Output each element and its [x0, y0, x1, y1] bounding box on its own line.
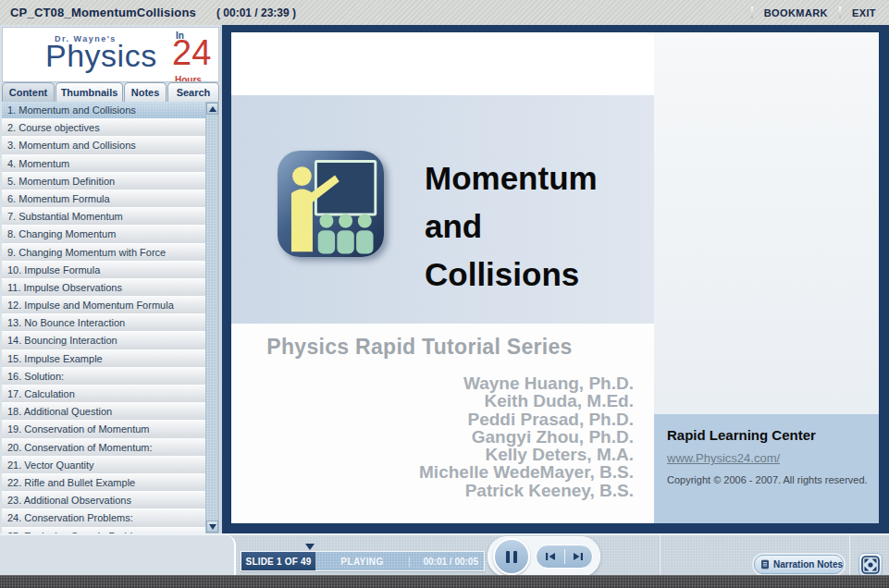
toc-item[interactable]: 12. Impulse and Momentum Formula — [2, 297, 205, 314]
slide-time: 00:01 / 00:05 — [409, 557, 484, 567]
fullscreen-icon — [861, 556, 880, 574]
pause-button[interactable] — [493, 538, 530, 575]
arrow-down-icon — [209, 524, 216, 530]
tab-content[interactable]: Content — [2, 82, 55, 102]
brand-url-link[interactable]: www.Physics24.com/ — [667, 451, 870, 465]
slide-counter: SLIDE 1 OF 49 — [241, 552, 315, 570]
toc-item[interactable]: 16. Solution: — [2, 368, 205, 386]
brand-panel: Rapid Learning Center www.Physics24.com/… — [654, 414, 879, 523]
playback-controls — [488, 536, 600, 577]
toc-item[interactable]: 15. Impulse Example — [2, 350, 205, 368]
notes-document-icon — [761, 558, 769, 570]
toc-item[interactable]: 11. Impulse Observations — [2, 279, 205, 297]
author: Wayne Huang, Ph.D. — [419, 374, 634, 392]
copyright-text: Copyright © 2006 - 2007. All rights rese… — [667, 474, 870, 485]
toc-item[interactable]: 18. Additional Question — [2, 403, 205, 421]
skip-forward-icon — [573, 552, 584, 561]
pause-icon — [513, 551, 517, 563]
author: Peddi Prasad, Ph.D. — [419, 410, 634, 428]
lecture-icon — [278, 151, 384, 257]
toc-item[interactable]: 20. Conservation of Momentum: — [2, 439, 205, 457]
physics24-logo: Dr. Wayne's Physics In 24 Hours — [2, 27, 219, 82]
slide-main-column: Momentum and Collisions Physics Rapid Tu… — [231, 32, 654, 523]
arrow-up-icon — [209, 106, 216, 112]
toc-scrollbar[interactable] — [205, 102, 219, 533]
author: Keith Duda, M.Ed. — [419, 392, 634, 410]
logo-word: Physics — [45, 38, 157, 74]
toc-item[interactable]: 14. Bouncing Interaction — [2, 332, 205, 349]
toc-item[interactable]: 4. Momentum — [2, 155, 205, 173]
author: Patrick Keeney, B.S. — [419, 482, 634, 499]
toc-item[interactable]: 8. Changing Momentum — [2, 226, 205, 243]
series-title: Physics Rapid Tutorial Series — [231, 335, 608, 360]
teacher-classroom-icon — [278, 151, 384, 257]
slide-title: Momentum and Collisions — [425, 154, 654, 324]
toc-item[interactable]: 7. Substantial Momentum — [2, 208, 205, 226]
scroll-up-button[interactable] — [206, 103, 218, 115]
slide-top-margin — [231, 32, 654, 95]
sidebar-tabs: Content Thumbnails Notes Search — [2, 82, 220, 102]
slide-title-line1: Momentum and — [425, 154, 654, 251]
player-bar: SLIDE 1 OF 49 PLAYING 00:01 / 00:05 — [0, 533, 889, 575]
author: Kelly Deters, M.A. — [419, 446, 634, 463]
player-window: CP_CT08_MomentumCollisions ( 00:01 / 23:… — [0, 0, 889, 588]
toc-item[interactable]: 22. Rifle and Bullet Example — [2, 474, 205, 492]
toc-item[interactable]: 1. Momentum and Collisions — [2, 102, 205, 119]
bookmark-button[interactable]: BOOKMARK — [764, 7, 828, 18]
brand-name: Rapid Learning Center — [667, 427, 870, 443]
narration-notes-button[interactable]: Narration Notes — [754, 555, 844, 574]
sidebar: Dr. Wayne's Physics In 24 Hours Content … — [0, 25, 220, 533]
fullscreen-button[interactable] — [858, 553, 883, 577]
progress-track[interactable]: PLAYING 00:01 / 00:05 — [315, 552, 484, 570]
toc-item[interactable]: 21. Vector Quantity — [2, 457, 205, 474]
pause-icon — [506, 551, 510, 563]
author-list: Wayne Huang, Ph.D. Keith Duda, M.Ed. Ped… — [419, 374, 634, 499]
toc-item[interactable]: 24. Conservation Problems: — [2, 509, 205, 527]
toc-item[interactable]: 5. Momentum Definition — [2, 173, 205, 190]
divider — [839, 6, 841, 18]
divider — [751, 6, 753, 18]
toc-item[interactable]: 19. Conservation of Momentum — [2, 421, 205, 438]
toc-item[interactable]: 10. Impulse Formula — [2, 262, 205, 279]
skip-back-icon — [545, 552, 556, 561]
previous-slide-button[interactable] — [537, 545, 564, 568]
skip-buttons — [536, 545, 593, 569]
progress-marker-icon[interactable] — [305, 544, 315, 550]
slide-title-line2: Collisions — [425, 251, 654, 299]
divider — [659, 535, 661, 575]
slide-right-top — [654, 32, 879, 414]
table-of-contents: 1. Momentum and Collisions 2. Course obj… — [2, 102, 205, 533]
exit-button[interactable]: EXIT — [852, 7, 876, 18]
tab-notes[interactable]: Notes — [124, 82, 167, 102]
toc-item[interactable]: 6. Momentum Formula — [2, 190, 205, 208]
next-slide-button[interactable] — [565, 545, 593, 568]
slide-frame: Momentum and Collisions Physics Rapid Tu… — [222, 25, 889, 533]
author: Michelle WedeMayer, B.S. — [419, 463, 634, 481]
narration-notes-label: Narration Notes — [773, 559, 843, 570]
toc-item[interactable]: 13. No Bounce Interaction — [2, 314, 205, 332]
divider — [848, 535, 850, 575]
tab-thumbnails[interactable]: Thumbnails — [56, 82, 123, 102]
playback-status: PLAYING — [315, 557, 409, 567]
toc-item[interactable]: 17. Calculation — [2, 386, 205, 403]
top-bar: CP_CT08_MomentumCollisions ( 00:01 / 23:… — [0, 0, 889, 25]
toc-item[interactable]: 2. Course objectives — [2, 119, 205, 137]
window-bottom-strip — [0, 575, 889, 588]
slide-canvas: Momentum and Collisions Physics Rapid Tu… — [231, 32, 879, 523]
slide-right-column: Rapid Learning Center www.Physics24.com/… — [654, 32, 879, 523]
slide-lower-area: Physics Rapid Tutorial Series Wayne Huan… — [231, 324, 654, 523]
toc-item[interactable]: 3. Momentum and Collisions — [2, 137, 205, 154]
total-elapsed-time: ( 00:01 / 23:39 ) — [216, 6, 296, 19]
progress-bar[interactable]: SLIDE 1 OF 49 PLAYING 00:01 / 00:05 — [241, 551, 485, 571]
toc-item[interactable]: 23. Additional Observations — [2, 492, 205, 509]
logo-number: 24 — [172, 33, 211, 73]
lesson-title: CP_CT08_MomentumCollisions — [10, 6, 196, 19]
top-bar-actions: BOOKMARK EXIT — [740, 0, 876, 25]
player-bar-left-panel — [0, 535, 236, 575]
author: Gangyi Zhou, Ph.D. — [419, 428, 634, 446]
tab-search[interactable]: Search — [167, 82, 219, 102]
slide-title-band: Momentum and Collisions — [231, 95, 654, 324]
scroll-down-button[interactable] — [206, 521, 218, 533]
toc-item[interactable]: 9. Changing Momentum with Force — [2, 244, 205, 262]
logo-hours: Hours — [175, 75, 202, 82]
